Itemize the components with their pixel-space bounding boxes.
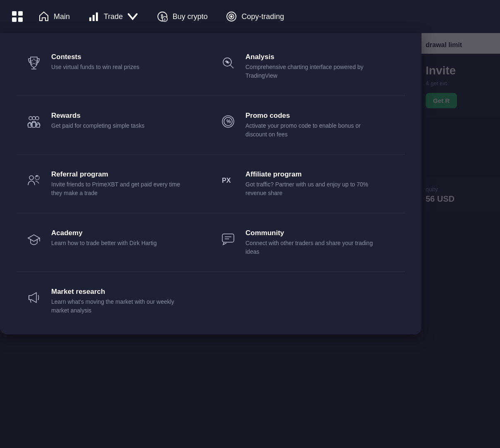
svg-rect-4 <box>89 17 91 21</box>
menu-item-promo[interactable]: % Promo codes Activate your promo code t… <box>211 104 405 146</box>
analysis-icon <box>219 54 237 72</box>
referral-desc: Invite friends to PrimeXBT and get paid … <box>51 180 183 197</box>
svg-line-38 <box>30 300 31 303</box>
community-desc: Connect with other traders and share you… <box>245 239 378 256</box>
svg-rect-2 <box>12 17 17 22</box>
grid-icon[interactable] <box>8 7 26 26</box>
referral-title: Referral program <box>51 170 183 179</box>
rewards-icon <box>25 112 43 131</box>
nav-buy-crypto-label: Buy crypto <box>172 12 207 21</box>
invite-title: Invite <box>426 64 492 78</box>
analysis-title: Analysis <box>245 53 378 61</box>
chart-icon <box>87 10 100 23</box>
affiliate-desc: Got traffic? Partner with us and enjoy u… <box>245 180 378 197</box>
equity-label: quity <box>426 186 492 193</box>
nav-copy-trading-label: Copy-trading <box>241 12 284 21</box>
market-research-icon <box>25 288 43 307</box>
home-icon <box>37 10 50 23</box>
trophy-icon <box>25 54 43 72</box>
invite-sub: & get ext <box>426 80 492 86</box>
menu-item-affiliate[interactable]: PX Affiliate program Got traffic? Partne… <box>211 163 405 205</box>
academy-text: Academy Learn how to trade better with D… <box>51 229 157 248</box>
svg-rect-6 <box>96 12 98 21</box>
section-divider-3 <box>17 213 405 213</box>
affiliate-text: Affiliate program Got traffic? Partner w… <box>245 170 378 197</box>
equity-value: 56 USD <box>426 194 492 204</box>
nav-main[interactable]: Main <box>31 6 76 27</box>
affiliate-title: Affiliate program <box>245 170 378 179</box>
dropdown-menu: Contests Use virtual funds to win real p… <box>0 33 421 334</box>
analysis-desc: Comprehensive charting interface powered… <box>245 63 378 80</box>
menu-item-analysis[interactable]: Analysis Comprehensive charting interfac… <box>211 45 405 87</box>
invite-card: Invite & get ext Get R <box>417 54 500 118</box>
rewards-text: Rewards Get paid for completing simple t… <box>51 112 145 130</box>
contests-title: Contests <box>51 53 139 61</box>
contests-text: Contests Use virtual funds to win real p… <box>51 53 139 71</box>
section-divider-4 <box>17 272 405 272</box>
svg-point-28 <box>29 176 33 180</box>
academy-icon <box>25 230 43 248</box>
promo-desc: Activate your promo code to enable bonus… <box>245 122 378 138</box>
menu-item-contests[interactable]: Contests Use virtual funds to win real p… <box>17 45 211 87</box>
promo-title: Promo codes <box>245 112 378 120</box>
svg-rect-1 <box>18 11 23 16</box>
svg-rect-0 <box>12 11 17 16</box>
navbar: Main Trade ₿ $ Buy crypto <box>0 0 500 33</box>
nav-copy-trading[interactable]: Copy-trading <box>218 6 290 27</box>
market-research-title: Market research <box>51 288 183 296</box>
dropdown-grid: Contests Use virtual funds to win real p… <box>17 45 405 322</box>
nav-trade[interactable]: Trade <box>81 6 145 27</box>
affiliate-icon: PX <box>219 171 237 189</box>
withdrawal-text: drawal limit <box>426 41 462 48</box>
svg-point-13 <box>231 16 232 17</box>
section-divider-1 <box>17 95 405 96</box>
promo-text: Promo codes Activate your promo code to … <box>245 112 378 138</box>
contests-desc: Use virtual funds to win real prizes <box>51 63 139 71</box>
community-text: Community Connect with other traders and… <box>245 229 378 256</box>
svg-rect-34 <box>222 234 234 242</box>
svg-point-20 <box>36 117 39 120</box>
svg-point-18 <box>226 61 228 63</box>
section-divider-2 <box>17 154 405 155</box>
svg-rect-5 <box>93 15 95 21</box>
empty-placeholder <box>211 280 405 322</box>
svg-rect-3 <box>18 17 23 22</box>
market-research-text: Market research Learn what's moving the … <box>51 288 183 315</box>
buy-crypto-icon: ₿ $ <box>156 10 169 23</box>
copy-trading-icon <box>225 10 238 23</box>
menu-item-community[interactable]: Community Connect with other traders and… <box>211 222 405 263</box>
svg-text:$: $ <box>164 18 166 21</box>
community-icon <box>219 230 237 248</box>
rewards-title: Rewards <box>51 112 145 120</box>
nav-main-label: Main <box>54 12 70 21</box>
rewards-desc: Get paid for completing simple tasks <box>51 122 145 130</box>
market-research-desc: Learn what's moving the market with our … <box>51 298 183 315</box>
svg-line-17 <box>230 65 233 68</box>
equity-card: quity 56 USD <box>417 178 500 212</box>
referral-icon <box>25 171 43 189</box>
menu-item-referral[interactable]: Referral program Invite friends to Prime… <box>17 163 211 205</box>
menu-item-market-research[interactable]: Market research Learn what's moving the … <box>17 280 211 322</box>
analysis-text: Analysis Comprehensive charting interfac… <box>245 53 378 80</box>
nav-buy-crypto[interactable]: ₿ $ Buy crypto <box>149 6 214 27</box>
dropdown-arrow-icon <box>127 11 138 22</box>
nav-trade-label: Trade <box>104 12 123 21</box>
promo-icon: % <box>219 112 237 131</box>
community-title: Community <box>245 229 378 237</box>
referral-text: Referral program Invite friends to Prime… <box>51 170 183 197</box>
academy-title: Academy <box>51 229 157 237</box>
svg-point-21 <box>32 117 36 120</box>
menu-item-rewards[interactable]: Rewards Get paid for completing simple t… <box>17 104 211 146</box>
svg-point-19 <box>29 117 32 120</box>
invite-button[interactable]: Get R <box>426 93 457 108</box>
academy-desc: Learn how to trade better with Dirk Hart… <box>51 239 157 247</box>
menu-item-academy[interactable]: Academy Learn how to trade better with D… <box>17 222 211 263</box>
svg-text:%: % <box>226 119 231 124</box>
svg-text:PX: PX <box>222 177 231 184</box>
